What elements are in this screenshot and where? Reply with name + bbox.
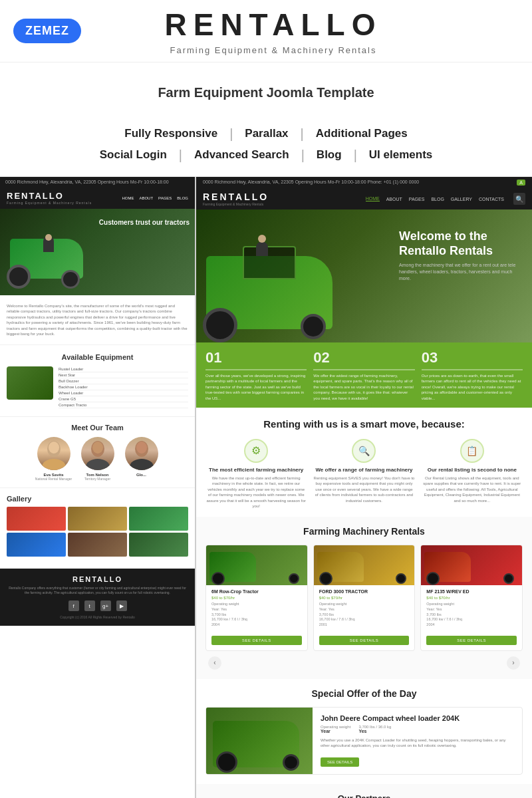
rp-mcard-btn-2[interactable]: SEE DETAILS: [319, 636, 410, 645]
rp-special-info: John Deere Compact wheel loader 204K Ope…: [321, 708, 522, 774]
list-item: Backhoe Loader: [59, 384, 188, 390]
lp-member-avatar-eva: [37, 437, 70, 470]
lp-member-avatar-tom: [81, 437, 114, 470]
rp-feature-01: 01 Over all those years, we've developed…: [205, 349, 307, 401]
feature-fully-responsive: Fully Responsive: [112, 124, 229, 143]
lp-footer-text: Rentallo Company offers everything that …: [7, 586, 188, 595]
gallery-img-6: [129, 533, 188, 557]
svg-point-8: [136, 442, 147, 454]
lp-logo: RENTALLO: [7, 191, 92, 201]
rp-mcard-img-3: [421, 545, 522, 585]
rp-mcard-info-3: MF 2135 W/REV ED $40 to $70/hr Operating…: [421, 585, 522, 631]
rp-partners-title: Our Partners: [205, 793, 523, 798]
rp-mcard-2: FORD 3000 TRACTOR $40 to $70/hr Operatin…: [313, 545, 416, 650]
rp-feature-02: 02 We offer the widest range of farming …: [313, 349, 414, 401]
rp-smart-card-2-title: We offer a range of farming machinery: [313, 467, 414, 473]
lp-hero-text: Customers trust our tractors: [99, 219, 190, 226]
rp-mcard-info-1: 6M Row-Crop Tractor $40 to $70/hr Operat…: [206, 585, 307, 631]
lp-team-section: Meet Our Team Eva Savits National Rental…: [0, 417, 195, 487]
lp-join-section: Welcome to Rentallo Company's site, the …: [0, 295, 195, 345]
lp-nav-blog[interactable]: BLOG: [177, 196, 188, 200]
social-tw-icon[interactable]: t: [84, 600, 95, 611]
template-label-section: Farm Equipment Joomla Template: [0, 63, 532, 116]
social-gp-icon[interactable]: g+: [100, 600, 111, 611]
lp-nav-home[interactable]: HOME: [122, 196, 134, 200]
rp-mcard-btn-1[interactable]: SEE DETAILS: [211, 636, 302, 645]
lp-member-role-eva: National Rental Manager: [34, 477, 74, 481]
rp-special-title: Special Offer of the Day: [205, 688, 523, 699]
rp-special-img: [206, 708, 313, 774]
lp-nav: RENTALLO Farming Equipment & Machinery R…: [0, 187, 195, 209]
rp-smart-title: Renting with us is a smart move, because…: [205, 418, 523, 430]
rp-nav-contacts[interactable]: CONTACTS: [479, 197, 504, 201]
svg-point-7: [130, 459, 154, 470]
lp-member-glo: Glo...: [122, 437, 162, 481]
rp-nav-blog[interactable]: BLOG: [431, 197, 444, 201]
lp-footer-logo: RENTALLO: [7, 575, 188, 583]
rp-mcard-3: MF 2135 W/REV ED $40 to $70/hr Operating…: [420, 545, 523, 650]
list-item: Crane G5: [59, 396, 188, 402]
rp-feature-03-text: Our prices are as down-to-earth, that ev…: [422, 373, 523, 401]
prev-arrow-icon[interactable]: ‹: [208, 656, 221, 670]
rp-feature-01-num: 01: [205, 349, 307, 370]
rp-mcard-1: 6M Row-Crop Tractor $40 to $70/hr Operat…: [205, 545, 308, 650]
rp-nav-home[interactable]: HOME: [366, 196, 380, 201]
rp-nav-links: HOME ABOUT PAGES BLOG GALLERY CONTACTS 🔍: [366, 193, 525, 205]
rp-machinery-title: Farming Machinery Rentals: [205, 526, 523, 537]
rp-mcard-btn-3[interactable]: SEE DETAILS: [426, 636, 517, 645]
rp-feature-03-num: 03: [422, 349, 523, 370]
rp-topbar-badge: A: [517, 180, 525, 186]
feature-ui-elements: UI elements: [357, 146, 444, 164]
features-row: Fully Responsive | Parallax | Additional…: [0, 124, 532, 143]
list-item: Compact Tracto: [59, 402, 188, 408]
rp-machinery-nav: ‹ ›: [205, 651, 523, 670]
search-icon[interactable]: 🔍: [513, 193, 525, 205]
rp-mcard-name-2: FORD 3000 TRACTOR: [319, 589, 410, 594]
rp-hero-subtitle: Among the machinery that we offer for a …: [399, 262, 519, 281]
social-yt-icon[interactable]: ▶: [116, 600, 127, 611]
rp-spec-label-2: 3,700 lbs / 36.0 kg: [358, 725, 391, 729]
lp-team-title: Meet Our Team: [7, 424, 188, 432]
rp-nav-gallery[interactable]: GALLERY: [451, 197, 472, 201]
rp-spec-label-1: Operating weight: [321, 725, 350, 729]
rp-mcard-info-2: FORD 3000 TRACTOR $40 to $70/hr Operatin…: [314, 585, 415, 631]
rp-nav-logo: RENTALLO: [203, 192, 269, 202]
rp-special-name: John Deere Compact wheel loader 204K: [321, 714, 515, 722]
rp-mcard-name-3: MF 2135 W/REV ED: [426, 589, 517, 594]
feature-advanced-search: Advanced Search: [182, 146, 301, 164]
lp-nav-about[interactable]: ABOUT: [139, 196, 153, 200]
gallery-img-1: [7, 507, 66, 531]
rp-special-btn[interactable]: SEE DETAILS: [321, 757, 359, 767]
rp-feature-02-num: 02: [313, 349, 414, 370]
zemez-logo[interactable]: ZEMEZ: [13, 19, 81, 43]
feature-social-login: Social Login: [88, 146, 179, 164]
lp-member-name-glo: Glo...: [122, 473, 162, 477]
rp-smart-card-3: 📋 Our rental listing is second to none O…: [422, 439, 523, 509]
lp-member-avatar-glo: [125, 437, 158, 470]
site-subtitle: Farming Equipment & Machinery Rentals: [81, 45, 466, 55]
lp-hero-title: Customers trust our tractors: [99, 219, 190, 226]
rp-mcard-img-2: [314, 545, 415, 585]
rp-mcard-specs-1: Operating weight Year: Yes3,700 lbs16,70…: [211, 602, 302, 627]
next-arrow-icon[interactable]: ›: [507, 656, 520, 670]
lp-team-members: Eva Savits National Rental Manager Tom N…: [7, 437, 188, 481]
lp-equip-list: Rustel Loader Next Star Bull Dozzer Back…: [59, 366, 188, 408]
gallery-img-5: [68, 533, 127, 557]
lp-footer: RENTALLO Rentallo Company offers everyth…: [0, 569, 195, 626]
feature-blog: Blog: [305, 146, 354, 164]
top-header: ZEMEZ RENTALLO Farming Equipment & Machi…: [0, 0, 532, 63]
list-item: Wheel Loader: [59, 390, 188, 396]
rp-feature-01-text: Over all those years, we've developed a …: [205, 373, 307, 401]
lp-member-eva: Eva Savits National Rental Manager: [34, 437, 74, 481]
gallery-img-3: [129, 507, 188, 531]
rp-nav-pages[interactable]: PAGES: [409, 197, 425, 201]
rp-spec-val-1: Year: [321, 729, 350, 733]
rp-special-specs: Operating weight Year 3,700 lbs / 36.0 k…: [321, 725, 515, 733]
rp-special-section: Special Offer of the Day John Deere Comp…: [196, 679, 532, 784]
social-fb-icon[interactable]: f: [68, 600, 79, 611]
lp-nav-pages[interactable]: PAGES: [158, 196, 172, 200]
rp-hero-text: Welcome to the Rentallo Rentals Among th…: [399, 229, 519, 282]
rp-smart-card-3-title: Our rental listing is second to none: [422, 467, 523, 473]
rp-nav-about[interactable]: ABOUT: [386, 197, 402, 201]
lp-equip-image: [7, 366, 53, 400]
